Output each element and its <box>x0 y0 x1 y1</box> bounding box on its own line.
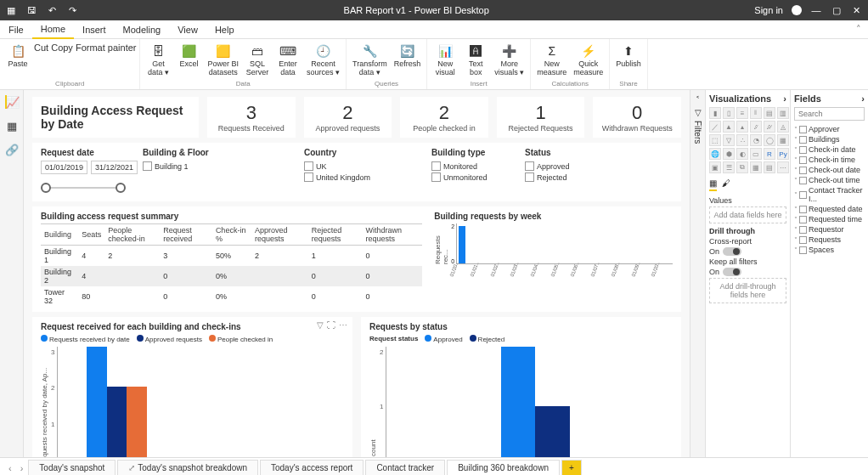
table-row[interactable]: Building 2400%00 <box>41 266 422 286</box>
field-spaces[interactable]: Spaces <box>794 245 865 255</box>
viz-matrix[interactable]: ▤ <box>764 161 775 173</box>
viz-stacked-column[interactable]: ▯ <box>723 107 735 119</box>
viz-card[interactable]: ▭ <box>750 148 762 160</box>
recent-sources-button[interactable]: 🕘Recent sources ▾ <box>304 41 342 79</box>
viz-py[interactable]: Py <box>777 148 789 160</box>
summary-table-visual[interactable]: Building access request summary Building… <box>41 212 422 307</box>
save-icon[interactable]: 🖫 <box>25 4 37 16</box>
viz-kpi[interactable]: ▣ <box>709 161 721 173</box>
mini-chart-weekly[interactable]: Building requests by week Requests rec..… <box>422 212 673 307</box>
viz-multirow[interactable]: ☰ <box>723 161 735 173</box>
viz-r[interactable]: R <box>764 148 775 160</box>
viz-pie[interactable]: ◔ <box>750 134 762 146</box>
maximize-icon[interactable]: ▢ <box>831 4 843 16</box>
chart-requests-by-building[interactable]: Request received for each building and c… <box>32 317 352 457</box>
viz-waterfall[interactable]: ⬚ <box>709 134 721 146</box>
field-checkin-date[interactable]: Check-in date <box>794 144 865 155</box>
copy-button[interactable]: Copy <box>51 42 73 53</box>
date-to[interactable]: 31/12/2021 <box>91 161 138 174</box>
drill-through-well[interactable]: Add drill-through fields here <box>709 278 786 303</box>
field-checkout-date[interactable]: Check-out date <box>794 165 865 175</box>
slicer-status[interactable]: Status Approved Rejected <box>516 143 681 201</box>
data-view-icon[interactable]: ▦ <box>5 119 19 133</box>
card-requests-received[interactable]: 3Requests Received <box>207 97 296 138</box>
viz-stacked-bar[interactable]: ▮ <box>709 107 721 119</box>
report-view-icon[interactable]: 📈 <box>5 95 19 109</box>
page-next-icon[interactable]: › <box>17 463 27 473</box>
redo-icon[interactable]: ↷ <box>66 4 78 16</box>
viz-donut[interactable]: ◯ <box>764 134 775 146</box>
report-title-box[interactable]: Building Access Request by Date <box>32 97 199 138</box>
card-withdrawn-requests[interactable]: 0Withdrawn Requests <box>593 97 681 138</box>
values-well[interactable]: Add data fields here <box>709 206 786 223</box>
transform-data-button[interactable]: 🔧Transform data ▾ <box>350 41 390 79</box>
check-unmonitored[interactable]: Unmonitored <box>431 172 508 183</box>
field-contact-tracker[interactable]: Contact Tracker I... <box>794 185 865 204</box>
close-icon[interactable]: ✕ <box>851 4 863 16</box>
page-tab[interactable]: Today's snapshot <box>28 460 116 475</box>
viz-treemap[interactable]: ▦ <box>777 134 789 146</box>
minimize-icon[interactable]: — <box>810 4 822 16</box>
viz-slicer[interactable]: ⧉ <box>736 161 748 173</box>
publish-button[interactable]: ⬆Publish <box>613 41 644 71</box>
enter-data-button[interactable]: ⌨Enter data <box>273 41 302 79</box>
viz-scatter[interactable]: ∴ <box>736 134 748 146</box>
field-requestor[interactable]: Requestor <box>794 224 865 235</box>
viz-more[interactable]: ⋯ <box>777 161 789 173</box>
get-data-button[interactable]: 🗄Get data ▾ <box>144 41 172 79</box>
fields-tab-icon[interactable]: ▦ <box>709 178 717 191</box>
page-tab[interactable]: Contact tracker <box>365 460 445 475</box>
keep-filters-toggle[interactable]: On <box>709 268 786 276</box>
filters-pane-collapsed[interactable]: ˂ ▽ Filters <box>690 90 705 457</box>
file-menu[interactable]: File <box>0 21 32 38</box>
field-checkin-time[interactable]: Check-in time <box>794 155 865 165</box>
filter-icon[interactable]: ▽ <box>317 320 324 330</box>
fields-search-input[interactable] <box>794 107 865 121</box>
viz-100-bar[interactable]: ▤ <box>764 107 775 119</box>
field-checkout-time[interactable]: Check-out time <box>794 175 865 185</box>
check-approved[interactable]: Approved <box>525 161 673 172</box>
page-tab[interactable]: Today's access report <box>260 460 364 475</box>
report-canvas[interactable]: Building Access Request by Date 3Request… <box>24 90 690 457</box>
slicer-building-type[interactable]: Building type Monitored Unmonitored <box>423 143 516 201</box>
viz-line-clustered[interactable]: ⫻ <box>764 121 775 133</box>
page-tab[interactable]: ⤢Today's snapshot breakdown <box>117 460 258 475</box>
focus-icon[interactable]: ⛶ <box>327 320 335 330</box>
cut-button[interactable]: Cut <box>34 42 48 53</box>
page-prev-icon[interactable]: ‹ <box>5 463 15 473</box>
avatar-icon[interactable] <box>792 5 802 15</box>
viz-line[interactable]: ／ <box>709 121 721 133</box>
check-uk[interactable]: UK <box>304 161 414 172</box>
viz-area[interactable]: ▲ <box>723 121 735 133</box>
viz-gauge[interactable]: ◐ <box>736 148 748 160</box>
format-painter-button[interactable]: Format painter <box>76 42 137 53</box>
more-icon[interactable]: ⋯ <box>339 320 347 330</box>
tab-insert[interactable]: Insert <box>74 21 115 38</box>
viz-clustered-column[interactable]: ⫴ <box>750 107 762 119</box>
viz-clustered-bar[interactable]: ≡ <box>736 107 748 119</box>
tab-view[interactable]: View <box>169 21 206 38</box>
check-rejected[interactable]: Rejected <box>525 172 673 183</box>
field-approver[interactable]: Approver <box>794 124 865 134</box>
collapse-ribbon-icon[interactable]: ˄ <box>849 24 868 35</box>
slicer-country[interactable]: Country UK United Kingdom <box>296 143 423 201</box>
format-tab-icon[interactable]: 🖌 <box>722 178 730 191</box>
excel-button[interactable]: 🟩Excel <box>174 41 203 71</box>
table-row[interactable]: Building 142350%210 <box>41 246 422 267</box>
model-view-icon[interactable]: 🔗 <box>5 143 19 156</box>
field-buildings[interactable]: Buildings <box>794 134 865 144</box>
sql-server-button[interactable]: 🗃SQL Server <box>243 41 272 79</box>
viz-line-column[interactable]: ⫽ <box>750 121 762 133</box>
new-visual-button[interactable]: 📊New visual <box>431 41 459 79</box>
viz-filled-map[interactable]: ⬢ <box>723 148 735 160</box>
viz-map[interactable]: 🌐 <box>709 148 721 160</box>
check-united-kingdom[interactable]: United Kingdom <box>304 172 414 183</box>
card-rejected-requests[interactable]: 1Rejected Requests <box>497 97 585 138</box>
check-building-1[interactable]: Building 1 <box>143 161 287 172</box>
cross-report-toggle[interactable]: On <box>709 247 786 256</box>
quick-measure-button[interactable]: ⚡Quick measure <box>571 41 606 79</box>
card-people-checked-in[interactable]: 2People checked in <box>400 97 488 138</box>
viz-stacked-area[interactable]: ▴ <box>736 121 748 133</box>
add-page-button[interactable]: + <box>561 460 582 475</box>
viz-table[interactable]: ▦ <box>750 161 762 173</box>
